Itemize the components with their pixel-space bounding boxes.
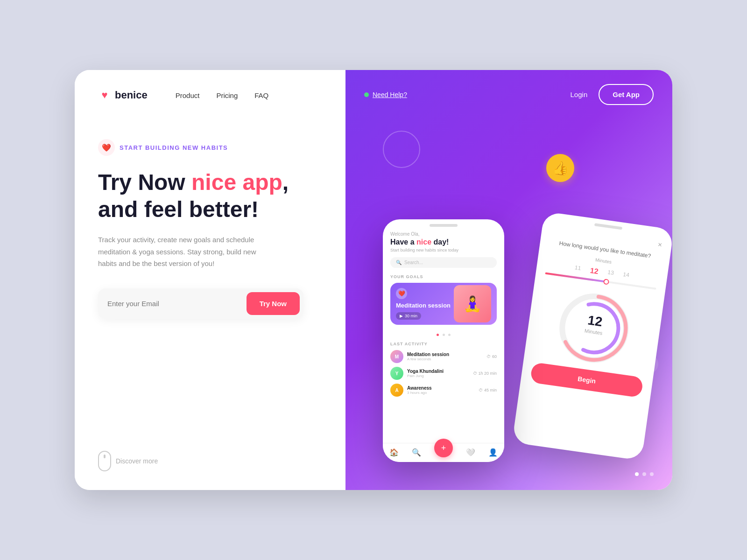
navbar: ♥ benice Product Pricing FAQ	[98, 89, 322, 102]
hero-title-part1: Try Now	[98, 170, 191, 195]
heart-nav-icon[interactable]: 🤍	[466, 448, 475, 457]
email-input[interactable]	[107, 300, 247, 308]
goal-tag: ▶ 30 min	[396, 312, 421, 320]
greeting-nice: nice	[416, 238, 431, 246]
thumb-badge: 👍	[546, 154, 574, 182]
timer-svg: 12 Minutes	[552, 286, 636, 371]
badge: ❤️ START BUILDING NEW HABITS	[98, 139, 322, 156]
hero-title-line2: and feel better!	[98, 197, 259, 222]
thumb-emoji: 👍	[552, 161, 569, 176]
activity-avatar-2: Y	[390, 367, 403, 380]
try-now-button[interactable]: Try Now	[247, 292, 300, 315]
phone-secondary: ✕ How long would you like to meditate? M…	[512, 211, 672, 461]
badge-heart-icon: ❤️	[98, 139, 115, 156]
badge-text: START BUILDING NEW HABITS	[120, 144, 228, 151]
logo[interactable]: ♥ benice	[98, 89, 148, 102]
activity-sub-2: Pain Jung	[407, 374, 444, 378]
goals-label: YOUR GOALS	[390, 274, 497, 279]
search-icon: 🔍	[396, 260, 402, 265]
greeting-day: day!	[431, 238, 449, 246]
goal-title: Meditation session	[396, 302, 451, 309]
goal-heart-icon: ❤️	[396, 288, 407, 299]
get-app-button[interactable]: Get App	[599, 84, 654, 105]
page-dot-2[interactable]	[642, 472, 646, 476]
nav-faq[interactable]: FAQ	[254, 91, 268, 99]
main-card: ♥ benice Product Pricing FAQ ❤️ START BU…	[75, 70, 672, 490]
right-nav: Login Get App	[571, 84, 654, 105]
activity-avatar-3: A	[390, 384, 403, 397]
timer-circle-container: 12 Minutes	[524, 282, 664, 374]
logo-heart-icon: ♥	[98, 89, 111, 102]
hero-title-highlight: nice app	[191, 170, 282, 195]
phone-greeting: Have a nice day!	[390, 238, 497, 246]
page-dot-1[interactable]	[635, 472, 639, 476]
nav-pricing[interactable]: Pricing	[216, 91, 238, 99]
phone-s-notch	[594, 223, 622, 230]
email-form: Try Now	[98, 288, 303, 319]
online-dot-icon	[364, 92, 369, 97]
activity-name-2: Yoga Khundalini	[407, 369, 444, 374]
goal-info: ❤️ Meditation session ▶ 30 min	[396, 288, 451, 320]
right-header: Need Help? Login Get App	[345, 70, 672, 119]
hero-title-comma: ,	[282, 170, 289, 195]
add-nav-button[interactable]: +	[434, 439, 453, 457]
phone-screen: Welcome Ola, Have a nice day! Start buil…	[383, 227, 504, 405]
nav-product[interactable]: Product	[176, 91, 200, 99]
num-12-active: 12	[590, 266, 599, 276]
need-help-link[interactable]: Need Help?	[364, 91, 407, 98]
activity-duration-1: ⏱ 60	[486, 354, 497, 359]
goal-image-placeholder: 🧘‍♀️	[454, 285, 491, 322]
num-11: 11	[574, 264, 582, 273]
discover-text: Discover more	[116, 457, 158, 465]
dot-3	[448, 334, 451, 336]
dot-2	[443, 334, 445, 336]
dot-1	[437, 334, 439, 336]
svg-text:12: 12	[587, 313, 603, 329]
phone-search[interactable]: 🔍 Search...	[390, 257, 497, 268]
activity-name-3: Awareness	[407, 385, 432, 391]
discover-more[interactable]: Discover more	[98, 451, 322, 471]
activity-item-2: Y Yoga Khundalini Pain Jung ⏱ 1h 20 min	[390, 367, 497, 380]
activity-label: LAST ACTIVITY	[390, 342, 497, 346]
activity-item-3: A Awareness 3 hours ago ⏱ 45 min	[390, 384, 497, 397]
profile-nav-icon[interactable]: 👤	[488, 448, 498, 457]
search-nav-icon[interactable]: 🔍	[412, 448, 421, 457]
goal-duration: 30 min	[405, 314, 417, 318]
search-placeholder: Search...	[404, 260, 423, 265]
activity-info-1: Meditation session A few seconds	[407, 352, 449, 361]
goal-image: 🧘‍♀️	[454, 285, 491, 322]
greeting-part1: Have a	[390, 238, 416, 246]
phone-bottom-nav: 🏠 🔍 + 🤍 👤	[383, 443, 504, 462]
phone-welcome: Welcome Ola,	[390, 231, 497, 237]
pagination-dots	[635, 472, 654, 476]
scroll-dot	[104, 455, 106, 458]
page-dot-3[interactable]	[650, 472, 654, 476]
hero-content: ❤️ START BUILDING NEW HABITS Try Now nic…	[98, 139, 322, 423]
phone-s-close-button[interactable]: ✕	[657, 241, 663, 248]
activity-info-3: Awareness 3 hours ago	[407, 385, 432, 395]
activity-left-1: M Meditation session A few seconds	[390, 350, 449, 363]
left-panel: ♥ benice Product Pricing FAQ ❤️ START BU…	[75, 70, 345, 490]
activity-avatar-1: M	[390, 350, 403, 363]
logo-text: benice	[115, 89, 148, 101]
activity-name-1: Meditation session	[407, 352, 449, 357]
activity-item-1: M Meditation session A few seconds ⏱ 60	[390, 350, 497, 363]
activity-list: M Meditation session A few seconds ⏱ 60 …	[390, 350, 497, 397]
goal-dots	[390, 331, 497, 337]
right-panel: Need Help? Login Get App 👍 Welcome Ola, …	[345, 70, 672, 490]
home-icon[interactable]: 🏠	[389, 448, 399, 457]
num-13: 13	[607, 269, 614, 278]
phone-s-slider-thumb	[603, 279, 610, 285]
phone-main: Welcome Ola, Have a nice day! Start buil…	[383, 219, 504, 462]
activity-sub-3: 3 hours ago	[407, 391, 432, 395]
login-button[interactable]: Login	[571, 91, 588, 98]
hero-description: Track your activity, create new goals an…	[98, 234, 275, 270]
nav-links: Product Pricing FAQ	[176, 91, 269, 99]
activity-left-3: A Awareness 3 hours ago	[390, 384, 432, 397]
phones-container: 👍 Welcome Ola, Have a nice day! Start bu…	[345, 107, 672, 490]
play-icon: ▶	[400, 314, 403, 318]
activity-duration-2: ⏱ 1h 20 min	[473, 371, 497, 376]
activity-info-2: Yoga Khundalini Pain Jung	[407, 369, 444, 378]
need-help-text: Need Help?	[373, 91, 407, 98]
activity-sub-1: A few seconds	[407, 357, 449, 361]
